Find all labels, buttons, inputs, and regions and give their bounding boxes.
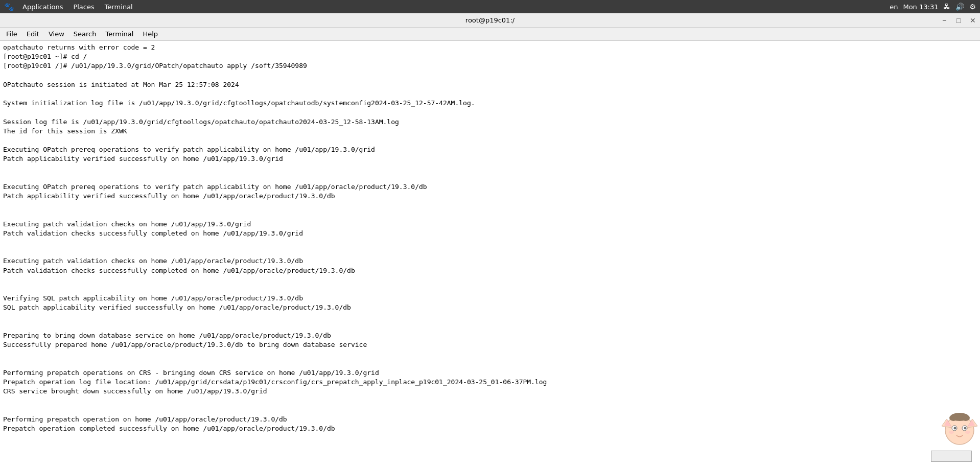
close-button[interactable]: ✕: [966, 13, 980, 28]
system-bar-left: 🐾 Applications Places Terminal: [4, 2, 135, 12]
menu-file[interactable]: File: [2, 29, 21, 39]
locale-indicator: en: [890, 3, 898, 11]
menu-search[interactable]: Search: [69, 29, 101, 39]
system-bar: 🐾 Applications Places Terminal en Mon 13…: [0, 0, 980, 13]
clock-display: Mon 13:31: [903, 3, 938, 11]
network-icon: 🖧: [943, 3, 950, 11]
menu-bar: File Edit View Search Terminal Help: [0, 28, 980, 41]
maximize-button[interactable]: □: [951, 13, 966, 28]
system-icon: ⚙: [969, 3, 976, 11]
svg-point-4: [964, 427, 967, 430]
minimize-button[interactable]: −: [937, 13, 951, 28]
places-menu[interactable]: Places: [71, 2, 96, 12]
terminal-window: root@p19c01:/ − □ ✕ File Edit View Searc…: [0, 13, 980, 469]
window-title: root@p19c01:/: [465, 16, 515, 24]
svg-point-5: [949, 431, 954, 434]
terminal-content[interactable]: opatchauto returns with error code = 2 […: [0, 41, 980, 469]
gnome-icon: 🐾: [4, 2, 14, 12]
menu-view[interactable]: View: [44, 29, 68, 39]
menu-edit[interactable]: Edit: [22, 29, 43, 39]
applications-menu[interactable]: Applications: [20, 2, 65, 12]
terminal-menu-sys[interactable]: Terminal: [103, 2, 135, 12]
terminal-input[interactable]: [931, 451, 972, 462]
menu-help[interactable]: Help: [138, 29, 162, 39]
svg-point-6: [965, 431, 970, 434]
corner-decoration: [939, 410, 980, 451]
title-bar: root@p19c01:/ − □ ✕: [0, 13, 980, 28]
svg-point-12: [949, 415, 958, 421]
title-bar-controls: − □ ✕: [937, 13, 980, 27]
menu-terminal[interactable]: Terminal: [101, 29, 137, 39]
speaker-icon: 🔊: [955, 3, 964, 11]
svg-point-3: [954, 427, 956, 430]
system-bar-right: en Mon 13:31 🖧 🔊 ⚙: [890, 3, 976, 11]
svg-point-13: [962, 415, 970, 421]
